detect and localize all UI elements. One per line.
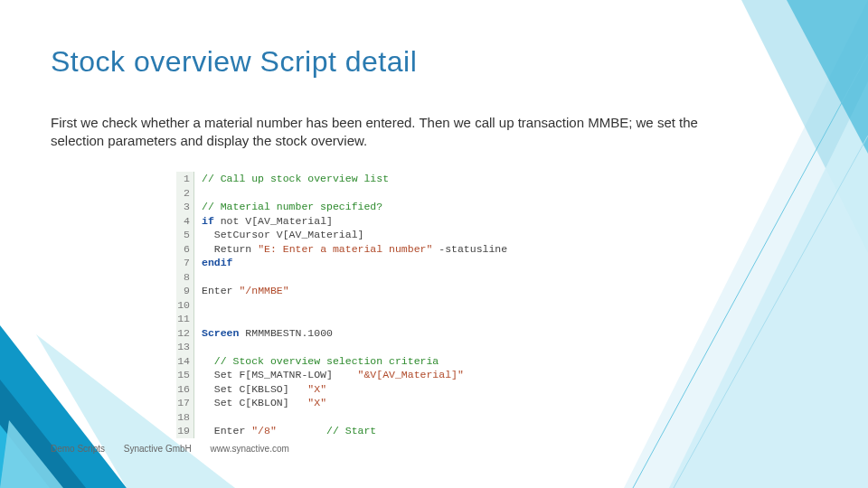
code-line: 3// Material number specified? xyxy=(176,200,637,214)
svg-marker-3 xyxy=(0,420,63,488)
code-line: 14 // Stock overview selection criteria xyxy=(176,354,637,369)
svg-marker-1 xyxy=(0,380,86,488)
code-line: 7endif xyxy=(176,256,637,270)
code-content: Set C[KBLON] "X" xyxy=(194,396,326,410)
svg-marker-2 xyxy=(0,425,50,488)
code-content xyxy=(194,298,202,313)
code-content xyxy=(194,186,202,201)
svg-line-10 xyxy=(674,136,868,488)
line-number: 12 xyxy=(176,326,194,341)
line-number: 19 xyxy=(176,424,194,438)
code-content xyxy=(194,410,202,425)
slide-body-text: First we check whether a material number… xyxy=(51,114,738,151)
code-line: 2 xyxy=(176,186,637,201)
line-number: 1 xyxy=(176,172,194,186)
footer-segment: Synactive GmbH xyxy=(124,444,192,454)
code-content: endif xyxy=(194,256,233,270)
code-line: 11 xyxy=(176,312,637,326)
code-line: 15 Set F[MS_MATNR-LOW] "&V[AV_Material]" xyxy=(176,368,637,382)
svg-marker-0 xyxy=(0,325,127,488)
code-line: 12Screen RMMMBESTN.1000 xyxy=(176,326,637,341)
code-line: 4if not V[AV_Material] xyxy=(176,214,637,229)
line-number: 18 xyxy=(176,410,194,425)
code-line: 8 xyxy=(176,270,637,285)
line-number: 11 xyxy=(176,312,194,326)
code-content: if not V[AV_Material] xyxy=(194,214,333,229)
line-number: 4 xyxy=(176,214,194,229)
line-number: 17 xyxy=(176,396,194,410)
svg-marker-8 xyxy=(787,0,868,154)
slide-title: Stock overview Script detail xyxy=(51,45,417,79)
code-line: 9Enter "/nMMBE" xyxy=(176,284,637,298)
code-line: 16 Set C[KBLSO] "X" xyxy=(176,382,637,397)
code-line: 1// Call up stock overview list xyxy=(176,172,637,186)
line-number: 5 xyxy=(176,228,194,242)
line-number: 6 xyxy=(176,242,194,257)
code-content xyxy=(194,270,202,285)
code-block: 1// Call up stock overview list23// Mate… xyxy=(176,172,637,438)
line-number: 7 xyxy=(176,256,194,270)
code-content: // Material number specified? xyxy=(194,200,382,214)
line-number: 16 xyxy=(176,382,194,397)
code-content: // Call up stock overview list xyxy=(194,172,389,186)
code-content xyxy=(194,340,202,354)
code-content: SetCursor V[AV_Material] xyxy=(194,228,363,242)
line-number: 14 xyxy=(176,354,194,369)
line-number: 2 xyxy=(176,186,194,201)
line-number: 10 xyxy=(176,298,194,313)
line-number: 9 xyxy=(176,284,194,298)
code-content: Enter "/8" // Start xyxy=(194,424,376,438)
line-number: 8 xyxy=(176,270,194,285)
svg-marker-5 xyxy=(624,0,868,488)
code-content: Enter "/nMMBE" xyxy=(194,284,289,298)
code-content: Set F[MS_MATNR-LOW] "&V[AV_Material]" xyxy=(194,368,464,382)
footer-segment: www.synactive.com xyxy=(211,444,289,454)
code-line: 18 xyxy=(176,410,637,425)
code-line: 17 Set C[KBLON] "X" xyxy=(176,396,637,410)
svg-marker-6 xyxy=(741,0,868,253)
line-number: 15 xyxy=(176,368,194,382)
code-line: 10 xyxy=(176,298,637,313)
code-line: 5 SetCursor V[AV_Material] xyxy=(176,228,637,242)
code-content: Set C[KBLSO] "X" xyxy=(194,382,326,397)
footer-segment: Demo Scripts xyxy=(51,444,105,454)
line-number: 3 xyxy=(176,200,194,214)
code-line: 13 xyxy=(176,340,637,354)
code-content: // Stock overview selection criteria xyxy=(194,354,439,369)
code-line: 19 Enter "/8" // Start xyxy=(176,424,637,438)
code-content: Screen RMMMBESTN.1000 xyxy=(194,326,333,341)
line-number: 13 xyxy=(176,340,194,354)
code-content xyxy=(194,312,202,326)
code-line: 6 Return "E: Enter a material number" -s… xyxy=(176,242,637,257)
code-content: Return "E: Enter a material number" -sta… xyxy=(194,242,507,257)
footer: Demo Scripts Synactive GmbH www.synactiv… xyxy=(51,444,306,454)
